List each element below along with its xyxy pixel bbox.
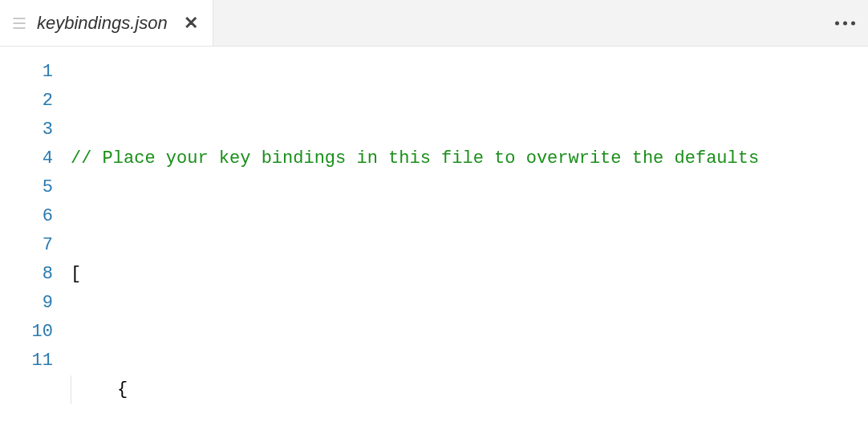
line-number: 1 (0, 58, 53, 87)
comment-text: // Place your key bindings in this file … (71, 148, 759, 168)
code-line[interactable]: // Place your key bindings in this file … (71, 144, 868, 173)
line-number: 11 (0, 347, 53, 375)
line-number: 9 (0, 289, 53, 318)
overflow-menu-icon[interactable] (835, 21, 855, 25)
line-number: 10 (0, 318, 53, 347)
close-icon[interactable]: ✕ (184, 14, 198, 32)
json-file-icon (11, 15, 27, 31)
code-line[interactable]: [ (71, 260, 868, 289)
code-area[interactable]: // Place your key bindings in this file … (71, 58, 868, 422)
code-line[interactable]: { (71, 375, 868, 404)
bracket: [ (71, 264, 81, 284)
tab-bar: keybindings.json ✕ (0, 0, 868, 47)
line-number: 5 (0, 173, 53, 202)
line-number: 3 (0, 116, 53, 144)
tab-keybindings[interactable]: keybindings.json ✕ (0, 0, 213, 46)
tab-label: keybindings.json (37, 13, 168, 34)
line-number: 7 (0, 231, 53, 260)
brace: { (117, 379, 128, 400)
editor[interactable]: 1 2 3 4 5 6 7 8 9 10 11 // Place your ke… (0, 47, 868, 422)
line-number: 4 (0, 144, 53, 173)
line-number-gutter: 1 2 3 4 5 6 7 8 9 10 11 (0, 58, 71, 422)
line-number: 8 (0, 260, 53, 289)
line-number: 6 (0, 202, 53, 231)
line-number: 2 (0, 87, 53, 116)
